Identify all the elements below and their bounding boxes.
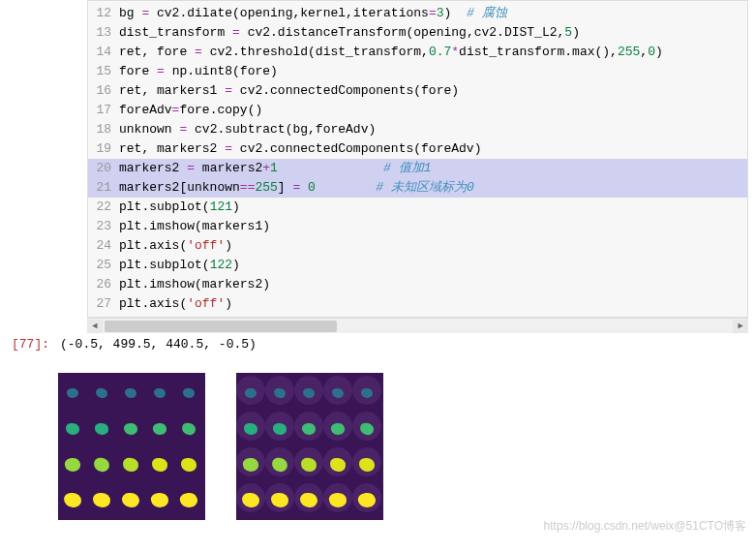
code-line[interactable]: 18unknown = cv2.subtract(bg,foreAdv) [88, 120, 747, 139]
line-number: 23 [88, 217, 119, 236]
line-number: 21 [88, 178, 119, 198]
line-content: bg = cv2.dilate(opening,kernel,iteration… [119, 4, 507, 23]
line-number: 17 [88, 101, 119, 120]
line-number: 13 [88, 23, 119, 43]
scroll-thumb[interactable] [105, 321, 337, 332]
code-line[interactable]: 12bg = cv2.dilate(opening,kernel,iterati… [88, 4, 747, 23]
line-content: plt.imshow(markers1) [119, 217, 270, 236]
line-content: plt.subplot(121) [119, 198, 240, 217]
line-number: 22 [88, 198, 119, 217]
line-number: 25 [88, 256, 119, 275]
output-text: (-0.5, 499.5, 440.5, -0.5) [60, 337, 257, 352]
line-number: 24 [88, 236, 119, 256]
code-line[interactable]: 14ret, fore = cv2.threshold(dist_transfo… [88, 43, 747, 62]
line-content: markers2 = markers2+1 # 值加1 [119, 159, 432, 178]
code-line[interactable]: 16ret, markers1 = cv2.connectedComponent… [88, 81, 747, 101]
plot-markers2 [236, 373, 383, 520]
line-content: plt.subplot(122) [119, 256, 240, 275]
line-number: 15 [88, 62, 119, 81]
code-line[interactable]: 20markers2 = markers2+1 # 值加1 [88, 159, 747, 178]
line-content: ret, markers1 = cv2.connectedComponents(… [119, 81, 459, 101]
line-number: 18 [88, 120, 119, 139]
code-line[interactable]: 19ret, markers2 = cv2.connectedComponent… [88, 139, 747, 159]
line-number: 27 [88, 294, 119, 314]
code-line[interactable]: 23plt.imshow(markers1) [88, 217, 747, 236]
line-content: ret, markers2 = cv2.connectedComponents(… [119, 139, 481, 159]
line-content: plt.imshow(markers2) [119, 275, 270, 294]
code-cell[interactable]: 12bg = cv2.dilate(opening,kernel,iterati… [87, 0, 748, 318]
line-content: foreAdv=fore.copy() [119, 101, 262, 120]
line-number: 19 [88, 139, 119, 159]
line-number: 26 [88, 275, 119, 294]
code-line[interactable]: 21markers2[unknown==255] = 0 # 未知区域标为0 [88, 178, 747, 198]
line-number: 14 [88, 43, 119, 62]
line-content: dist_transform = cv2.distanceTransform(o… [119, 23, 580, 43]
line-content: plt.axis('off') [119, 236, 232, 256]
code-line[interactable]: 27plt.axis('off') [88, 294, 747, 314]
code-line[interactable]: 26plt.imshow(markers2) [88, 275, 747, 294]
plot-output [58, 373, 383, 520]
horizontal-scrollbar[interactable]: ◄ ► [87, 318, 748, 333]
code-line[interactable]: 22plt.subplot(121) [88, 198, 747, 217]
code-line[interactable]: 13dist_transform = cv2.distanceTransform… [88, 23, 747, 43]
line-number: 20 [88, 159, 119, 178]
line-content: plt.axis('off') [119, 294, 232, 314]
code-line[interactable]: 24plt.axis('off') [88, 236, 747, 256]
line-content: markers2[unknown==255] = 0 # 未知区域标为0 [119, 178, 474, 198]
plot-markers1 [58, 373, 205, 520]
line-content: ret, fore = cv2.threshold(dist_transform… [119, 43, 663, 62]
code-line[interactable]: 25plt.subplot(122) [88, 256, 747, 275]
code-line[interactable]: 17foreAdv=fore.copy() [88, 101, 747, 120]
scroll-left-button[interactable]: ◄ [87, 320, 103, 333]
scroll-right-button[interactable]: ► [733, 320, 748, 333]
code-line[interactable]: 15fore = np.uint8(fore) [88, 62, 747, 81]
watermark: https://blog.csdn.net/weix@51CTO博客 [544, 518, 746, 535]
line-number: 12 [88, 4, 119, 23]
line-content: fore = np.uint8(fore) [119, 62, 278, 81]
line-content: unknown = cv2.subtract(bg,foreAdv) [119, 120, 376, 139]
line-number: 16 [88, 81, 119, 101]
output-prompt: [77]: [12, 337, 49, 352]
